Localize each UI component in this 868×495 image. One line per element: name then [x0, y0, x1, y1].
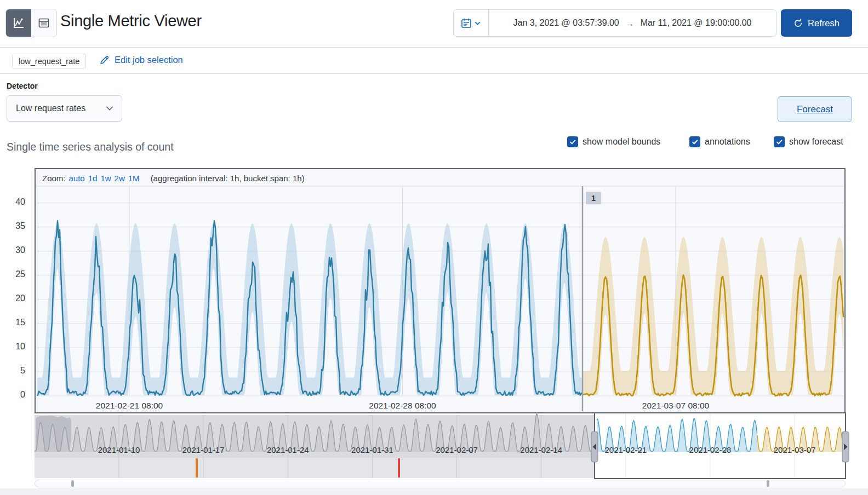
scrollbar-thumb-right[interactable] — [767, 480, 769, 487]
zoom-link-auto[interactable]: auto — [69, 174, 85, 183]
page-title: Single Metric Viewer — [60, 12, 202, 30]
zoom-label: Zoom: — [42, 174, 66, 183]
context-axis-label: 2021-01-17 — [182, 445, 225, 454]
table-view-button[interactable] — [31, 9, 56, 37]
time-range-arrow-icon: → — [626, 19, 634, 28]
zoom-link-1d[interactable]: 1d — [88, 174, 98, 183]
view-mode-toggle[interactable] — [5, 9, 57, 37]
aggregation-note: (aggregation interval: 1h, bucket span: … — [151, 174, 305, 183]
model-bounds-area — [37, 223, 583, 395]
calendar-dropdown[interactable] — [454, 10, 489, 36]
time-range-picker[interactable]: Jan 3, 2021 @ 03:57:39.00 → Mar 11, 2021… — [453, 9, 776, 37]
chart-zoom-controls: Zoom: auto 1d 1w 2w 1M (aggregation inte… — [42, 174, 305, 183]
zoom-link-1w[interactable]: 1w — [100, 174, 111, 183]
job-row-divider — [0, 73, 868, 74]
anomaly-swimlane — [35, 458, 595, 478]
header-divider — [0, 47, 868, 48]
context-axis-label: 2021-03-07 — [774, 445, 816, 454]
calendar-icon — [461, 18, 472, 28]
forecast-button[interactable]: Forecast — [778, 96, 852, 122]
anomaly-marker-major[interactable] — [196, 458, 198, 477]
y-axis-tick-label: 40 — [0, 197, 25, 207]
scrollbar-thumb-left[interactable] — [71, 480, 74, 487]
chevron-down-icon — [105, 104, 114, 113]
line-chart-icon — [12, 16, 25, 30]
pencil-icon — [99, 55, 110, 65]
time-range-start[interactable]: Jan 3, 2021 @ 03:57:39.00 — [513, 18, 619, 28]
detector-label: Detector — [7, 82, 38, 90]
x-axis-tick-label: 2021-03-07 08:00 — [629, 401, 722, 411]
checkbox-checked-icon[interactable] — [689, 136, 700, 147]
y-axis-tick-label: 25 — [0, 269, 25, 279]
job-id-badge[interactable]: low_request_rate — [12, 54, 86, 68]
context-axis-label: 2021-02-21 — [604, 445, 647, 454]
context-axis-label: 2021-01-24 — [267, 445, 309, 454]
page-bottom-background — [0, 488, 868, 495]
table-icon — [37, 16, 50, 30]
detector-select[interactable]: Low request rates — [7, 95, 122, 122]
y-axis-tick-label: 0 — [0, 390, 25, 400]
checkbox-checked-icon[interactable] — [567, 136, 578, 147]
zoom-link-1M[interactable]: 1M — [128, 174, 140, 183]
context-axis-label: 2021-01-31 — [351, 445, 393, 454]
checkbox-show-model-bounds[interactable]: show model bounds — [567, 136, 660, 147]
main-plot-svg[interactable]: 1 — [36, 169, 844, 412]
y-axis-tick-label: 15 — [0, 318, 25, 327]
y-axis-tick-label: 10 — [0, 342, 25, 352]
checkbox-show-forecast[interactable]: show forecast — [774, 136, 843, 147]
context-axis-label: 2021-02-28 — [689, 445, 732, 454]
chevron-down-icon — [474, 20, 481, 27]
checkbox-checked-icon[interactable] — [774, 136, 785, 147]
y-axis-tick-label: 30 — [0, 245, 25, 255]
analysis-heading: Single time series analysis of count — [7, 141, 174, 153]
y-axis-tick-label: 35 — [0, 221, 25, 231]
context-navigator-chart[interactable]: 2021-01-102021-01-172021-01-242021-01-31… — [30, 412, 854, 481]
refresh-button[interactable]: Refresh — [781, 9, 852, 37]
annotation-badge-label: 1 — [591, 193, 596, 203]
y-axis-tick-label: 5 — [0, 366, 25, 376]
checkbox-annotations[interactable]: annotations — [689, 136, 750, 147]
horizontal-scrollbar[interactable] — [35, 480, 846, 487]
y-axis-tick-label: 20 — [0, 293, 25, 303]
context-axis-label: 2021-01-10 — [98, 445, 140, 454]
x-axis-tick-label: 2021-02-21 08:00 — [83, 401, 176, 411]
actual-series-line — [37, 221, 583, 395]
chart-view-button[interactable] — [6, 9, 31, 37]
time-series-chart[interactable]: Zoom: auto 1d 1w 2w 1M (aggregation inte… — [35, 168, 846, 413]
zoom-link-2w[interactable]: 2w — [115, 174, 125, 183]
context-axis-label: 2021-02-14 — [520, 445, 562, 454]
refresh-icon — [793, 19, 803, 28]
anomaly-marker-critical[interactable] — [398, 458, 400, 477]
time-range-end[interactable]: Mar 11, 2021 @ 19:00:00.00 — [641, 18, 752, 28]
x-axis-tick-label: 2021-02-28 08:00 — [356, 401, 449, 411]
context-axis-label: 2021-02-07 — [436, 445, 478, 454]
edit-job-selection-link[interactable]: Edit job selection — [99, 55, 183, 65]
